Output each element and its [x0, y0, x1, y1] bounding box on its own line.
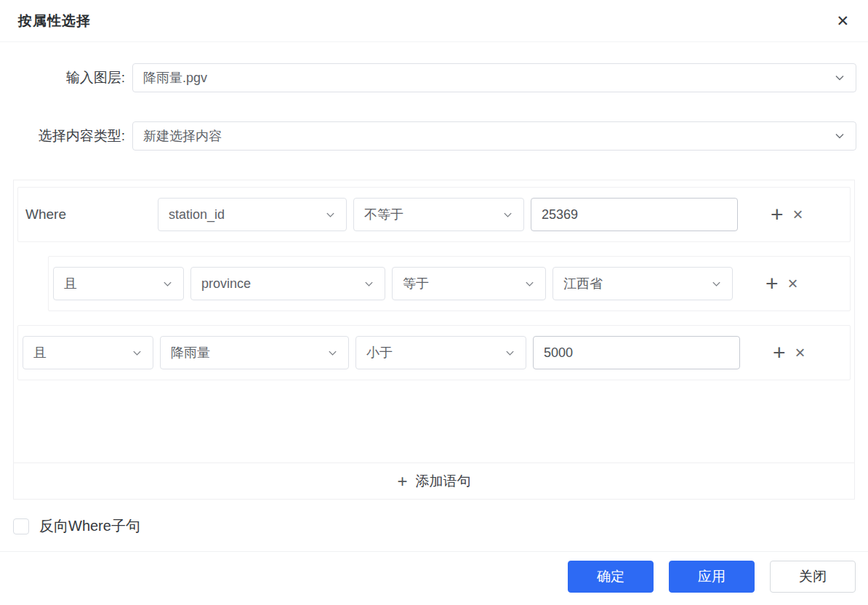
- where-builder: Where station_id 不等于 + ×: [13, 180, 855, 500]
- close-icon[interactable]: ✕: [836, 13, 849, 28]
- chevron-down-icon: [327, 348, 338, 358]
- value-input[interactable]: [531, 198, 738, 231]
- chevron-down-icon: [325, 209, 336, 220]
- value-select[interactable]: 江西省: [552, 267, 733, 300]
- logic-select[interactable]: 且: [23, 336, 153, 369]
- row-actions: + ×: [765, 273, 798, 295]
- value-input[interactable]: [533, 336, 740, 369]
- remove-condition-icon[interactable]: ×: [788, 275, 798, 292]
- field-value: province: [201, 276, 251, 292]
- input-layer-label: 输入图层:: [12, 68, 132, 87]
- plus-icon: +: [397, 473, 407, 490]
- add-statement-label: 添加语句: [416, 472, 471, 491]
- logic-select[interactable]: 且: [53, 267, 184, 300]
- dialog-footer: 确定 应用 关闭: [0, 551, 868, 593]
- selection-type-row: 选择内容类型: 新建选择内容: [12, 121, 856, 151]
- invert-where-checkbox[interactable]: [13, 518, 29, 534]
- input-layer-row: 输入图层: 降雨量.pgv: [12, 63, 856, 92]
- invert-where-row: 反向Where子句: [0, 500, 868, 536]
- logic-value: 且: [64, 275, 77, 292]
- operator-value: 不等于: [364, 206, 403, 223]
- chevron-down-icon: [162, 279, 173, 289]
- select-by-attributes-dialog: 按属性选择 ✕ 输入图层: 降雨量.pgv 选择内容类型: 新建选择内容: [0, 0, 868, 605]
- value-text: 江西省: [563, 275, 603, 292]
- add-statement-button[interactable]: + 添加语句: [14, 462, 854, 499]
- input-layer-select[interactable]: 降雨量.pgv: [132, 63, 856, 92]
- add-condition-icon[interactable]: +: [765, 273, 779, 295]
- selection-type-label: 选择内容类型:: [12, 127, 132, 145]
- operator-select[interactable]: 小于: [355, 336, 526, 369]
- chevron-down-icon: [132, 348, 142, 358]
- logic-value: 且: [33, 344, 47, 361]
- where-row: 且 降雨量 小于: [17, 325, 851, 380]
- dialog-title: 按属性选择: [18, 12, 91, 31]
- chevron-down-icon: [505, 348, 515, 358]
- field-value: station_id: [169, 207, 225, 223]
- chevron-down-icon: [502, 209, 513, 220]
- chevron-down-icon: [834, 72, 845, 84]
- add-condition-icon[interactable]: +: [771, 204, 784, 225]
- chevron-down-icon: [363, 279, 374, 289]
- chevron-down-icon: [524, 279, 535, 289]
- operator-value: 小于: [366, 344, 393, 361]
- add-condition-icon[interactable]: +: [773, 342, 786, 364]
- chevron-down-icon: [711, 279, 722, 289]
- row-actions: + ×: [773, 342, 805, 364]
- remove-condition-icon[interactable]: ×: [793, 206, 803, 223]
- where-row: 且 province 等于: [48, 256, 851, 311]
- field-value: 降雨量: [171, 344, 210, 361]
- where-keyword-label: Where: [23, 207, 158, 223]
- dialog-header: 按属性选择 ✕: [0, 0, 868, 42]
- selection-type-select[interactable]: 新建选择内容: [132, 121, 856, 151]
- input-layer-value: 降雨量.pgv: [143, 69, 207, 87]
- operator-value: 等于: [403, 275, 429, 292]
- field-select[interactable]: 降雨量: [160, 336, 349, 369]
- selection-type-value: 新建选择内容: [143, 127, 222, 145]
- where-rows-area: Where station_id 不等于 + ×: [14, 180, 854, 462]
- operator-select[interactable]: 不等于: [353, 198, 524, 231]
- field-select[interactable]: province: [190, 267, 385, 300]
- invert-where-label: 反向Where子句: [39, 516, 140, 536]
- chevron-down-icon: [834, 130, 845, 142]
- field-select[interactable]: station_id: [158, 198, 347, 231]
- remove-condition-icon[interactable]: ×: [795, 344, 805, 361]
- form-area: 输入图层: 降雨量.pgv 选择内容类型: 新建选择内容: [0, 42, 868, 180]
- close-button[interactable]: 关闭: [770, 561, 856, 593]
- ok-button[interactable]: 确定: [568, 561, 654, 593]
- where-row: Where station_id 不等于 + ×: [17, 187, 851, 242]
- operator-select[interactable]: 等于: [392, 267, 546, 300]
- apply-button[interactable]: 应用: [669, 561, 755, 593]
- row-actions: + ×: [771, 204, 803, 225]
